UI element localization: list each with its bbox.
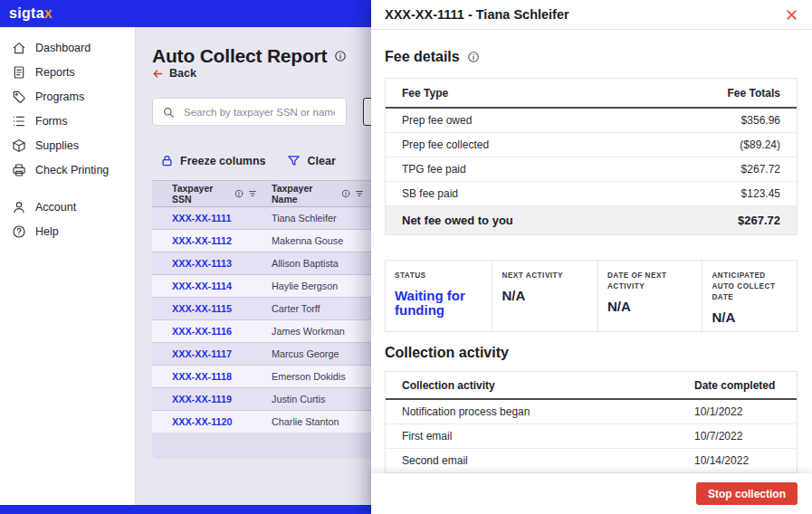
filter-icon[interactable]	[248, 189, 257, 199]
panel-header: XXX-XX-1111 - Tiana Schleifer	[371, 0, 812, 30]
sidebar-item-help[interactable]: Help	[0, 219, 135, 243]
search-input[interactable]	[182, 106, 337, 119]
taxpayer-ssn-link[interactable]: XXX-XX-1117	[152, 343, 263, 366]
collection-activity-heading-row: Collection activity	[385, 345, 509, 361]
back-link[interactable]: Back	[152, 67, 196, 80]
sidebar-item-check-printing[interactable]: Check Printing	[0, 157, 135, 182]
taxpayer-name-cell: Charlie Stanton	[263, 411, 369, 433]
taxpayer-ssn-link[interactable]: XXX-XX-1114	[152, 275, 263, 298]
taxpayer-ssn-link[interactable]: XXX-XX-1112	[152, 230, 263, 252]
status-value: N/A	[607, 300, 693, 315]
fee-details-heading-row: Fee details	[385, 49, 480, 65]
person-icon	[12, 200, 26, 214]
taxpayer-name-cell: Carter Torff	[263, 298, 369, 320]
sidebar-item-supplies[interactable]: Supplies	[0, 133, 135, 157]
sidebar-item-forms[interactable]: Forms	[0, 109, 135, 133]
sidebar-item-label: Programs	[35, 90, 84, 103]
search-icon	[162, 106, 175, 119]
close-icon[interactable]	[785, 8, 798, 22]
box-icon	[12, 138, 26, 153]
page-title-row: Auto Collect Report	[152, 45, 347, 67]
taxpayer-name-cell: Emerson Dokidis	[263, 366, 369, 388]
date-completed: 10/7/2022	[694, 430, 780, 443]
tag-icon	[12, 90, 26, 104]
fee-total: $267.72	[738, 214, 780, 227]
fee-total: $123.45	[741, 187, 780, 200]
freeze-columns-button[interactable]: Freeze columns	[160, 154, 265, 167]
fee-row: TPG fee paid $267.72	[386, 157, 797, 182]
logo-text: sigta	[9, 5, 44, 21]
clear-label: Clear	[307, 155, 335, 167]
fee-type: Prep fee owed	[402, 114, 472, 127]
panel-footer: Stop collection	[371, 473, 812, 514]
app-logo[interactable]: sigtax	[9, 5, 53, 22]
status-label: STATUS	[395, 271, 482, 281]
fee-type: SB fee paid	[402, 187, 458, 200]
fee-total: $267.72	[741, 163, 780, 176]
taxpayer-ssn-link[interactable]: XXX-XX-1120	[152, 411, 263, 433]
fee-row: SB fee paid $123.45	[386, 182, 797, 206]
taxpayer-detail-panel: XXX-XX-1111 - Tiana Schleifer Fee detail…	[371, 0, 812, 514]
date-completed-column: Date completed	[694, 379, 780, 392]
taxpayer-name-cell: Marcus George	[263, 343, 369, 366]
home-icon	[12, 41, 26, 55]
document-icon	[12, 65, 26, 80]
sidebar-item-label: Help	[35, 225, 59, 238]
status-panel: STATUS Waiting for funding NEXT ACTIVITY…	[385, 260, 798, 332]
taxpayer-name-cell: James Workman	[263, 320, 369, 343]
info-icon[interactable]	[234, 189, 244, 198]
fee-totals-header: Fee Totals	[728, 87, 780, 100]
status-value: N/A	[712, 310, 788, 326]
stop-collection-button[interactable]: Stop collection	[696, 482, 798, 505]
list-icon	[12, 114, 26, 128]
question-icon	[12, 224, 26, 239]
collection-row: Second email 10/14/2022	[386, 449, 797, 473]
taxpayer-name-cell: Tiana Schleifer	[263, 207, 369, 230]
column-header-taxpayer-name[interactable]: Taxpayer Name	[263, 181, 369, 207]
taxpayer-ssn-link[interactable]: XXX-XX-1111	[152, 207, 263, 230]
status-label: ANTICIPATED AUTO COLLECT DATE	[712, 271, 788, 303]
app-screen: sigtax Dashboard Reports Programs Forms	[0, 0, 812, 514]
sidebar-item-label: Supplies	[35, 139, 79, 152]
sidebar-item-label: Account	[35, 201, 76, 214]
clear-filters-button[interactable]: Clear	[287, 154, 335, 167]
info-icon[interactable]	[341, 189, 350, 198]
date-completed: 10/1/2022	[694, 405, 780, 418]
taxpayer-ssn-link[interactable]: XXX-XX-1115	[152, 298, 263, 320]
collection-activity-heading: Collection activity	[385, 345, 509, 361]
date-completed: 10/14/2022	[694, 454, 780, 467]
status-value: Waiting for funding	[395, 289, 482, 319]
freeze-columns-label: Freeze columns	[180, 155, 265, 167]
table-actions: Freeze columns Clear	[160, 154, 336, 167]
collection-row: Notification process began 10/1/2022	[386, 400, 797, 424]
status-label: NEXT ACTIVITY	[502, 271, 588, 281]
taxpayer-ssn-link[interactable]: XXX-XX-1119	[152, 388, 263, 411]
search-box	[152, 98, 347, 126]
info-icon[interactable]	[334, 50, 347, 62]
back-arrow-icon	[152, 68, 164, 80]
sidebar-item-account[interactable]: Account	[0, 195, 135, 219]
fee-total: ($89.24)	[740, 138, 780, 151]
taxpayer-name-cell: Allison Baptista	[263, 252, 369, 275]
sidebar-item-programs[interactable]: Programs	[0, 84, 135, 109]
collection-activity-table: Collection activity Date completed Notif…	[385, 371, 798, 486]
info-icon[interactable]	[467, 51, 480, 63]
taxpayer-ssn-link[interactable]: XXX-XX-1113	[152, 252, 263, 275]
column-header-taxpayer-ssn[interactable]: Taxpayer SSN	[152, 181, 263, 207]
filter-icon[interactable]	[355, 189, 364, 199]
column-label: Taxpayer Name	[272, 183, 337, 205]
status-cell: NEXT ACTIVITY N/A	[492, 261, 597, 331]
collection-activity: Second email	[402, 454, 694, 467]
taxpayer-ssn-link[interactable]: XXX-XX-1118	[152, 366, 263, 388]
collection-activity: Notification process began	[402, 405, 694, 418]
collection-row: First email 10/7/2022	[386, 424, 797, 449]
page-title: Auto Collect Report	[152, 45, 327, 67]
sidebar-item-dashboard[interactable]: Dashboard	[0, 35, 135, 60]
back-label: Back	[169, 67, 196, 80]
taxpayer-ssn-link[interactable]: XXX-XX-1116	[152, 320, 263, 343]
net-fee-row: Net fee owed to you $267.72	[386, 206, 797, 234]
fee-table-header: Fee Type Fee Totals	[386, 79, 797, 109]
sidebar-item-reports[interactable]: Reports	[0, 60, 135, 84]
fee-type: Prep fee collected	[402, 138, 489, 151]
status-label: DATE OF NEXT ACTIVITY	[607, 271, 693, 292]
